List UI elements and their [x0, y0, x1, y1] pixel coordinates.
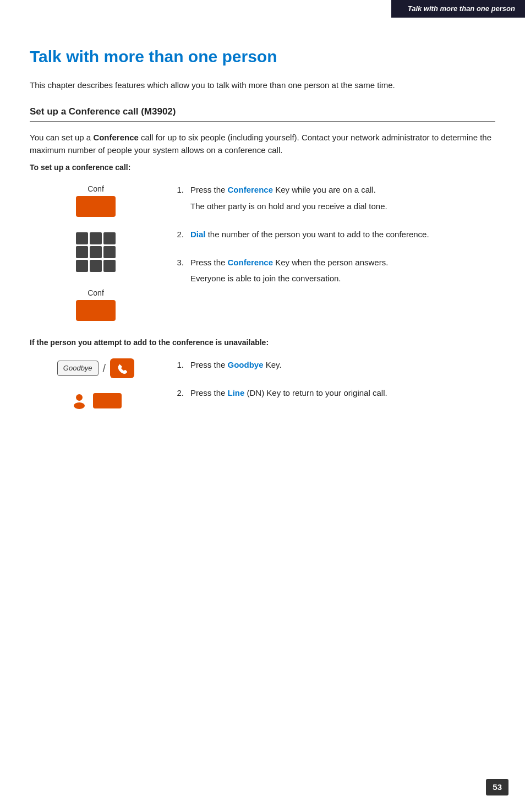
dialpad-key-3: [103, 232, 116, 244]
dialpad-key-6: [103, 246, 116, 258]
main-content: Talk with more than one person This chap…: [0, 0, 525, 464]
dialpad-key-4: [76, 246, 88, 258]
step-3-line2: Everyone is able to join the conversatio…: [190, 272, 495, 285]
unavail-step-1-line1: Press the Goodbye Key.: [190, 358, 495, 371]
step-2-num: 2.: [173, 228, 184, 244]
page-number: 53: [486, 779, 508, 796]
svg-point-0: [76, 394, 83, 401]
step-3-line1: Press the Conference Key when the person…: [190, 256, 495, 269]
step-3: 3. Press the Conference Key when the per…: [173, 256, 495, 288]
conf-key-button-1: [76, 196, 116, 217]
unavail-step-list: 1. Press the Goodbye Key. 2. Press the L…: [173, 358, 495, 403]
keyword-conference-step1: Conference: [228, 185, 274, 194]
unavail-steps-area: Goodbye /: [30, 358, 495, 415]
keyword-line: Line: [228, 388, 245, 397]
keyword-dial: Dial: [190, 230, 206, 239]
slash-divider: /: [103, 360, 106, 377]
to-label: To set up a conference call:: [30, 162, 495, 173]
step-2-content: Dial the number of the person you want t…: [190, 228, 495, 244]
goodbye-row: Goodbye /: [57, 358, 134, 378]
steps-area: Conf Conf: [30, 183, 495, 321]
line-row: [70, 391, 122, 410]
unavail-step-2-line1: Press the Line (DN) Key to return to you…: [190, 386, 495, 399]
keyword-goodbye: Goodbye: [228, 360, 264, 369]
unavail-step-1-num: 1.: [173, 358, 184, 374]
intro-text: This chapter describes features which al…: [30, 79, 495, 91]
dialpad-key-7: [76, 260, 88, 272]
step-1-content: Press the Conference Key while you are o…: [190, 183, 495, 216]
unavail-label: If the person you attempt to add to the …: [30, 337, 495, 348]
unavail-step-2-num: 2.: [173, 386, 184, 402]
goodbye-key-label: Goodbye: [57, 361, 99, 376]
illustrations-col: Conf Conf: [30, 183, 162, 321]
step-1-line1: Press the Conference Key while you are o…: [190, 183, 495, 196]
unavail-steps-right-col: 1. Press the Goodbye Key. 2. Press the L…: [162, 358, 495, 415]
step-3-num: 3.: [173, 256, 184, 288]
header-bar: Talk with more than one person: [391, 0, 525, 18]
unavail-step-2: 2. Press the Line (DN) Key to return to …: [173, 386, 495, 402]
step-1: 1. Press the Conference Key while you ar…: [173, 183, 495, 216]
unavail-step-2-content: Press the Line (DN) Key to return to you…: [190, 386, 495, 402]
dialpad-key-5: [90, 246, 102, 258]
keyword-conference1: Conference: [93, 133, 139, 142]
step-1-line2: The other party is on hold and you recei…: [190, 200, 495, 212]
svg-point-1: [74, 402, 85, 409]
conf-key-button-2: [76, 300, 116, 321]
dialpad-key-1: [76, 232, 88, 244]
step-2: 2. Dial the number of the person you wan…: [173, 228, 495, 244]
header-label: Talk with more than one person: [408, 4, 515, 13]
keyword-conference-step3: Conference: [228, 258, 274, 267]
unavail-illustrations: Goodbye /: [30, 358, 162, 410]
conf-key-label-1: Conf: [88, 183, 104, 195]
step-list: 1. Press the Conference Key while you ar…: [173, 183, 495, 288]
section-desc: You can set up a Conference call for up …: [30, 131, 495, 157]
person-icon: [70, 391, 89, 410]
handset-icon: [110, 358, 134, 378]
steps-right-col: 1. Press the Conference Key while you ar…: [162, 183, 495, 300]
section-heading: Set up a Conference call (M3902): [30, 105, 495, 122]
conf-key-label-2: Conf: [88, 287, 104, 299]
dialpad-key-9: [103, 260, 116, 272]
conf-key-widget-2: Conf: [76, 287, 116, 321]
line-key-button: [93, 393, 122, 408]
step-2-line1: Dial the number of the person you want t…: [190, 228, 495, 241]
dialpad-key-8: [90, 260, 102, 272]
dialpad-key-2: [90, 232, 102, 244]
unavail-step-1-content: Press the Goodbye Key.: [190, 358, 495, 374]
step-3-content: Press the Conference Key when the person…: [190, 256, 495, 288]
page-title: Talk with more than one person: [30, 44, 495, 69]
unavail-step-1: 1. Press the Goodbye Key.: [173, 358, 495, 374]
dialpad-widget: [76, 232, 116, 272]
conf-key-widget-1: Conf: [76, 183, 116, 217]
step-1-num: 1.: [173, 183, 184, 216]
